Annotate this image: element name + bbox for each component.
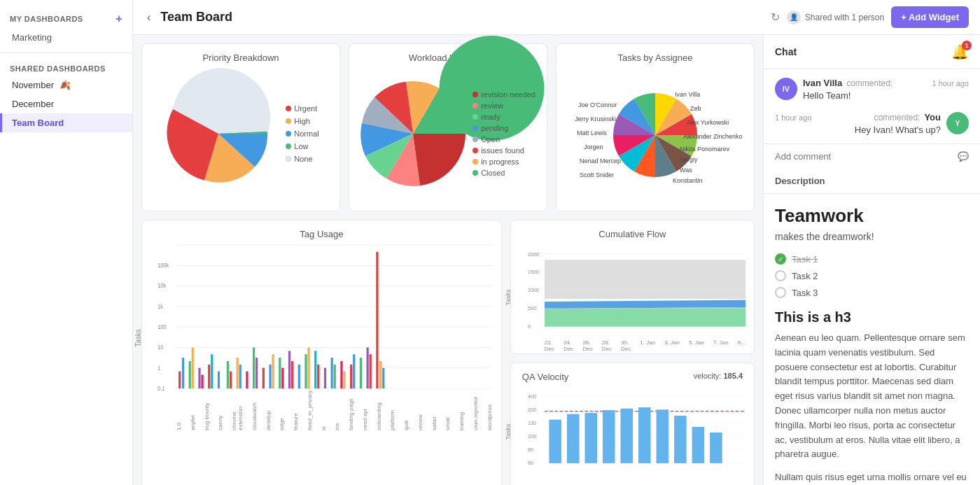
description-subtitle: makes the dreamwork! [775, 231, 969, 242]
description-content: Teamwork makes the dreamwork! Task 1 Tas… [764, 194, 980, 485]
svg-rect-49 [353, 354, 355, 388]
svg-rect-27 [239, 365, 241, 388]
svg-rect-55 [382, 368, 384, 388]
wl-legend-inprogress: in progress [472, 157, 536, 166]
svg-rect-36 [288, 351, 290, 388]
svg-text:80: 80 [528, 447, 533, 453]
legend-dot-high [286, 118, 291, 124]
chat-input[interactable] [775, 151, 952, 162]
wl-legend-review: review [472, 101, 536, 110]
add-widget-button[interactable]: + Add Widget [891, 6, 969, 28]
tag-usage-widget: Tag Usage 0. [141, 220, 502, 485]
task-2-checkbox[interactable] [775, 270, 786, 281]
workload-status-widget: Workload by Status [349, 43, 547, 211]
chat-send-icon[interactable]: 💬 [958, 151, 969, 162]
description-section: Description Teamwork makes the dreamwork… [764, 169, 980, 485]
assignee-alex-z: Alexander Zinchenko [683, 133, 743, 140]
svg-rect-28 [246, 372, 248, 388]
svg-rect-37 [291, 361, 293, 388]
svg-rect-22 [211, 354, 213, 388]
description-h3: This is a h3 [775, 309, 969, 325]
assignee-scott: Scott Snider [580, 171, 614, 178]
chat-time-ivan: 1 hour ago [932, 79, 969, 87]
chat-message-you: Y You commented: 1 hour ago Hey Ivan! Wh… [775, 112, 969, 135]
chat-sender-ivan: Ivan Villa [803, 78, 842, 88]
wl-legend-open: Open [472, 135, 536, 143]
svg-rect-47 [343, 372, 345, 388]
svg-rect-41 [314, 351, 316, 388]
wl-legend-issues: issues found [472, 146, 536, 155]
sidebar-item-december[interactable]: December [0, 94, 132, 113]
svg-marker-56 [545, 260, 746, 299]
assignee-was: Was [680, 167, 692, 174]
chat-time-you: 1 hour ago [775, 113, 812, 122]
svg-text:0: 0 [528, 324, 531, 330]
svg-rect-89 [674, 416, 687, 463]
back-button[interactable]: ‹ [144, 8, 153, 27]
sidebar-item-marketing[interactable]: Marketing [0, 28, 132, 47]
task-3-label: Task 3 [792, 288, 818, 298]
legend-dot-urgent [286, 106, 291, 111]
assignee-jorgen: Jorgen [584, 143, 603, 150]
task-1-checkbox[interactable] [775, 253, 786, 265]
assignee-sergiy: Sergiy [680, 156, 698, 163]
priority-breakdown-widget: Priority Breakdown [141, 43, 340, 211]
tag-usage-title: Tag Usage [150, 229, 493, 239]
svg-text:60: 60 [528, 461, 533, 466]
right-charts-column: Cumulative Flow [510, 220, 755, 485]
refresh-icon[interactable]: ↻ [771, 10, 780, 24]
svg-rect-40 [307, 347, 309, 388]
svg-rect-29 [253, 347, 255, 388]
svg-text:10: 10 [158, 344, 164, 351]
task-item-1: Task 1 [775, 253, 969, 265]
content-area: Priority Breakdown [133, 35, 980, 485]
chat-text-ivan: Hello Team! [803, 90, 969, 101]
legend-urgent: Urgent [286, 104, 318, 113]
svg-rect-25 [230, 372, 232, 388]
svg-text:1000: 1000 [528, 288, 539, 293]
assignee-nikita: Nikita Ponomarev [680, 146, 730, 153]
qa-velocity-chart: 400 200 130 100 80 60 [519, 388, 746, 479]
sidebar-item-november[interactable]: November 🍂 [0, 76, 132, 94]
svg-rect-21 [208, 365, 210, 388]
page-title: Team Board [160, 10, 763, 24]
shared-info: 👤 Shared with 1 person [787, 10, 884, 24]
task-2-label: Task 2 [792, 271, 818, 281]
svg-text:100k: 100k [158, 262, 169, 269]
cumulative-flow-title: Cumulative Flow [519, 229, 746, 239]
svg-rect-20 [201, 374, 203, 388]
chat-message-content-you: You commented: 1 hour ago Hey Ivan! What… [775, 112, 941, 135]
svg-text:200: 200 [528, 407, 536, 412]
my-dashboards-section: MY DASHBOARDS + [0, 7, 132, 28]
assignee-alex-y: Alex Yurkowski [687, 119, 729, 126]
svg-text:2000: 2000 [528, 252, 539, 258]
svg-rect-23 [218, 372, 220, 388]
assignee-nenad: Nenad Mercep [580, 157, 621, 164]
legend-dot-low [286, 143, 291, 149]
tasks-by-assignee-widget: Tasks by Assignee [556, 43, 755, 211]
svg-rect-31 [262, 368, 265, 388]
svg-text:100: 100 [528, 433, 536, 439]
svg-rect-44 [331, 358, 333, 388]
svg-rect-54 [379, 361, 382, 388]
chat-avatar-you: Y [946, 112, 969, 134]
svg-rect-17 [189, 361, 191, 388]
tag-usage-y-label: Tasks [134, 329, 142, 347]
svg-text:1: 1 [158, 365, 161, 372]
task-3-checkbox[interactable] [775, 287, 786, 298]
add-dashboard-icon[interactable]: + [115, 13, 122, 25]
chat-bell-icon[interactable]: 🔔 1 [951, 43, 969, 60]
svg-rect-26 [237, 358, 239, 388]
svg-rect-85 [603, 410, 615, 463]
dashboard: Priority Breakdown [133, 35, 763, 485]
legend-dot-none [286, 156, 291, 162]
legend-normal: Normal [286, 129, 318, 138]
task-item-2: Task 2 [775, 270, 969, 281]
svg-rect-15 [178, 372, 181, 388]
description-para-1: Aenean eu leo quam. Pellentesque ornare … [775, 331, 969, 462]
chat-input-area: 💬 [764, 143, 980, 169]
task-list: Task 1 Task 2 Task 3 [775, 253, 969, 298]
sidebar-item-team-board[interactable]: Team Board [0, 113, 132, 132]
chat-badge: 1 [962, 41, 972, 50]
svg-rect-86 [620, 408, 633, 463]
